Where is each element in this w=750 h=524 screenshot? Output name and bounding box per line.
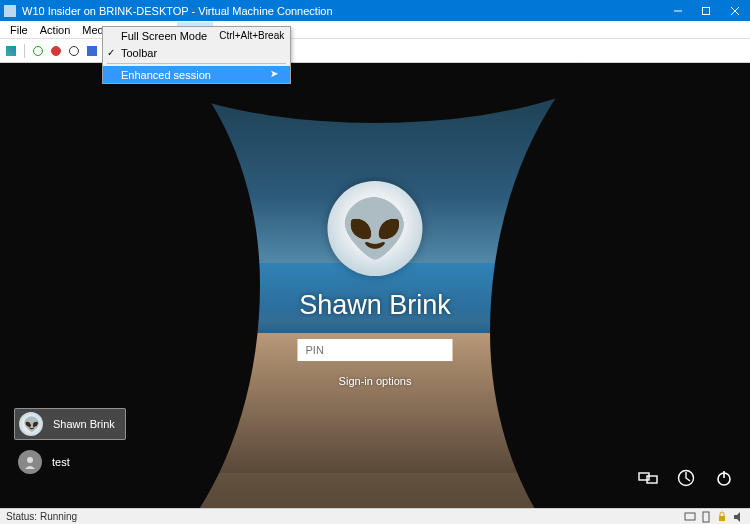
status-icons [684, 511, 744, 523]
shut-down-button[interactable] [67, 44, 81, 58]
pin-input[interactable] [298, 339, 453, 361]
signin-options-link[interactable]: Sign-in options [298, 375, 453, 387]
login-panel: 👽 Shawn Brink Sign-in options [298, 181, 453, 387]
statusbar: Status: Running [0, 508, 750, 524]
power-icon[interactable] [714, 468, 734, 488]
speaker-icon[interactable] [732, 511, 744, 523]
lock-screen-controls [638, 468, 734, 488]
menu-toolbar[interactable]: Toolbar [103, 44, 290, 61]
maximize-button[interactable] [692, 0, 720, 21]
menu-enhanced-session[interactable]: Enhanced session ➤ [103, 66, 290, 83]
window-controls [664, 0, 750, 21]
turn-off-button[interactable] [49, 44, 63, 58]
svg-rect-16 [703, 512, 709, 522]
close-button[interactable] [720, 0, 750, 21]
svg-rect-17 [719, 516, 725, 521]
svg-rect-15 [685, 513, 695, 520]
server-icon[interactable] [700, 511, 712, 523]
lock-icon[interactable] [716, 511, 728, 523]
user-avatar-small [18, 450, 42, 474]
menu-item-label: Full Screen Mode [121, 30, 207, 42]
user-tile-name: Shawn Brink [53, 418, 115, 430]
ctrl-alt-del-button[interactable] [4, 44, 18, 58]
menu-item-label: Toolbar [121, 47, 157, 59]
app-icon [4, 5, 16, 17]
user-display-name: Shawn Brink [298, 290, 453, 321]
menu-full-screen-mode[interactable]: Full Screen Mode Ctrl+Alt+Break [103, 27, 290, 44]
cursor-icon: ➤ [270, 68, 278, 79]
window-titlebar: W10 Insider on BRINK-DESKTOP - Virtual M… [0, 0, 750, 21]
user-tile-test[interactable]: test [14, 446, 126, 478]
ease-of-access-icon[interactable] [676, 468, 696, 488]
display-config-icon[interactable] [684, 511, 696, 523]
svg-rect-1 [703, 7, 710, 14]
background-cave [490, 63, 750, 508]
network-icon[interactable] [638, 468, 658, 488]
user-tile-name: test [52, 456, 70, 468]
user-tile-shawn-brink[interactable]: 👽 Shawn Brink [14, 408, 126, 440]
toolbar-separator [24, 44, 25, 58]
menu-action[interactable]: Action [34, 22, 77, 38]
menu-separator [107, 63, 286, 64]
user-avatar: 👽 [328, 181, 423, 276]
window-title: W10 Insider on BRINK-DESKTOP - Virtual M… [22, 5, 664, 17]
status-text: Status: Running [6, 511, 77, 522]
minimize-button[interactable] [664, 0, 692, 21]
user-avatar-small: 👽 [19, 412, 43, 436]
menu-file[interactable]: File [4, 22, 34, 38]
save-button[interactable] [85, 44, 99, 58]
alien-icon: 👽 [340, 201, 410, 257]
menu-item-label: Enhanced session [121, 69, 211, 81]
view-dropdown: Full Screen Mode Ctrl+Alt+Break Toolbar … [102, 26, 291, 84]
svg-marker-18 [734, 512, 740, 522]
menu-item-shortcut: Ctrl+Alt+Break [207, 30, 284, 41]
user-switcher: 👽 Shawn Brink test [14, 408, 126, 484]
start-button[interactable] [31, 44, 45, 58]
svg-point-9 [27, 457, 33, 463]
vm-display[interactable]: 👽 Shawn Brink Sign-in options 👽 Shawn Br… [0, 63, 750, 508]
